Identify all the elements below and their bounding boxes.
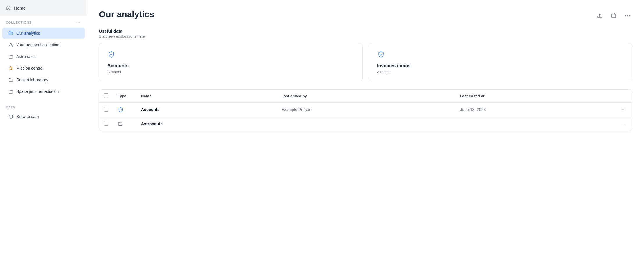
row-checkbox-astronauts[interactable] [104,121,108,126]
sidebar-item-space-junk[interactable]: Space junk remediation [2,86,85,97]
sidebar-item-our-analytics-label: Our analytics [16,31,40,36]
table-header-row: Type Name ↑ Last edited by Last edited a… [99,90,632,103]
collections-more-button[interactable]: ··· [75,19,81,26]
sidebar-home-label: Home [14,6,26,10]
folder-open-icon [8,31,13,36]
svg-point-0 [10,43,12,45]
sidebar-item-browse-data-label: Browse data [16,114,39,119]
svg-point-5 [629,15,631,16]
sidebar-item-mission-control-label: Mission control [16,66,43,71]
th-actions [615,90,632,103]
th-name[interactable]: Name ↑ [136,90,277,103]
td-type-accounts [113,103,136,117]
model-card-accounts-icon [107,50,354,59]
td-last-edited-at-astronauts [455,117,615,131]
calendar-button[interactable] [609,11,618,20]
td-type-astronauts [113,117,136,131]
td-actions-astronauts: ··· [615,117,632,131]
sidebar-home-link[interactable]: Home [0,0,87,16]
folder-type-icon-astronauts [118,121,123,126]
select-all-checkbox[interactable] [104,93,108,98]
upload-button[interactable] [595,11,604,20]
sidebar-item-browse-data[interactable]: Browse data [2,111,85,122]
model-type-icon-accounts [118,107,124,112]
folder-icon-space-junk [8,89,13,94]
items-table-container: Type Name ↑ Last edited by Last edited a… [99,89,632,131]
section-subtitle: Start new explorations here [99,34,632,38]
items-table: Type Name ↑ Last edited by Last edited a… [99,90,632,131]
td-last-edited-at-accounts: June 13, 2023 [455,103,615,117]
sidebar-item-rocket-label: Rocket laboratory [16,78,48,82]
database-icon [8,114,13,119]
model-card-accounts[interactable]: Accounts A model [99,43,363,81]
table-row-astronauts: Astronauts ··· [99,117,632,131]
svg-point-4 [627,15,628,16]
sidebar: Home COLLECTIONS ··· Our analytics Your … [0,0,87,264]
collections-section-header: COLLECTIONS ··· [0,16,87,27]
star-icon [8,66,13,71]
sidebar-item-our-analytics[interactable]: Our analytics [2,28,85,39]
td-name-accounts[interactable]: Accounts [136,103,277,117]
sidebar-item-astronauts[interactable]: Astronauts [2,51,85,62]
td-last-edited-by-astronauts [277,117,456,131]
sidebar-item-rocket-laboratory[interactable]: Rocket laboratory [2,74,85,85]
model-card-invoices-icon [377,50,624,59]
td-checkbox-astronauts [99,117,113,131]
model-card-invoices[interactable]: Invoices model A model [369,43,632,81]
model-card-accounts-desc: A model [107,70,354,74]
svg-rect-2 [612,14,616,18]
row-menu-accounts[interactable]: ··· [620,106,627,113]
collections-section-label: COLLECTIONS [6,21,32,24]
model-card-invoices-name: Invoices model [377,63,624,68]
page-title: Our analytics [99,9,154,19]
td-checkbox-accounts [99,103,113,117]
page-header: Our analytics [99,9,632,20]
svg-point-3 [625,15,626,16]
section-title: Useful data [99,29,632,34]
th-last-edited-by: Last edited by [277,90,456,103]
td-last-edited-by-accounts: Example Person [277,103,456,117]
data-section-header: DATA [0,102,87,111]
data-section-label: DATA [6,105,15,109]
model-card-invoices-desc: A model [377,70,624,74]
svg-point-1 [9,115,13,116]
home-icon [6,5,11,10]
sidebar-item-mission-control[interactable]: Mission control [2,63,85,74]
th-last-edited-at: Last edited at [455,90,615,103]
person-icon [8,42,13,47]
sidebar-item-personal-label: Your personal collection [16,43,59,47]
main-content: Our analytics [87,0,644,264]
sidebar-item-space-junk-label: Space junk remediation [16,89,59,94]
td-name-astronauts[interactable]: Astronauts [136,117,277,131]
folder-icon-astronauts [8,54,13,59]
th-type: Type [113,90,136,103]
table-row-accounts: Accounts Example Person June 13, 2023 ··… [99,103,632,117]
model-cards-row: Accounts A model Invoices model A model [99,43,632,81]
folder-icon-rocket [8,77,13,82]
more-options-button[interactable] [623,13,632,18]
useful-data-section: Useful data Start new explorations here … [99,29,632,81]
name-sort-icon: ↑ [152,94,154,98]
td-actions-accounts: ··· [615,103,632,117]
sidebar-item-astronauts-label: Astronauts [16,54,36,59]
model-card-accounts-name: Accounts [107,63,354,68]
header-actions [595,9,632,20]
sidebar-item-personal-collection[interactable]: Your personal collection [2,39,85,50]
th-checkbox [99,90,113,103]
row-menu-astronauts[interactable]: ··· [620,120,627,127]
row-checkbox-accounts[interactable] [104,107,108,112]
